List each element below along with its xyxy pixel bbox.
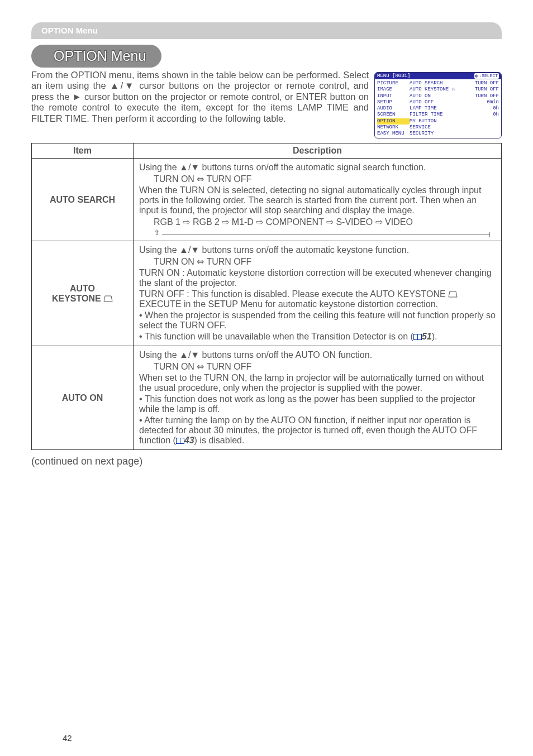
menu-header-select: :SELECT <box>474 73 499 79</box>
desc-p1: When set to the TURN ON, the lamp in pro… <box>139 373 496 393</box>
page-title: OPTION Menu <box>31 45 161 68</box>
menu-left-item: INPUT <box>377 93 410 99</box>
desc-b1: • This function does not work as long as… <box>139 394 496 414</box>
table-row: AUTOKEYSTONE Using the ▲/▼ buttons turns… <box>32 241 502 346</box>
section-bar: OPTION Menu <box>31 22 502 39</box>
desc-toggle: TURN ON ⇔ TURN OFF <box>139 361 496 372</box>
desc-toggle: TURN ON ⇔ TURN OFF <box>139 174 496 184</box>
desc-line1: Using the ▲/▼ buttons turns on/off the A… <box>139 350 496 360</box>
menu-left-item: SETUP <box>377 99 410 106</box>
item-cell: AUTO SEARCH <box>32 159 134 241</box>
svg-marker-1 <box>449 291 457 297</box>
keystone-icon <box>103 295 113 302</box>
menu-right-row: MY BUTTON <box>410 118 499 125</box>
keystone-icon <box>448 291 458 298</box>
menu-right-row: SERVICE <box>410 125 499 131</box>
book-icon <box>413 334 422 340</box>
menu-screenshot: MENU [RGB1] :SELECT PICTUREIMAGEINPUTSET… <box>374 72 502 138</box>
table-row: AUTO SEARCHUsing the ▲/▼ buttons turns o… <box>32 159 502 241</box>
section-bar-text: OPTION Menu <box>41 26 98 35</box>
item-cell: AUTOKEYSTONE <box>32 241 134 346</box>
desc-b1: • When the projector is suspended from t… <box>139 310 496 331</box>
item-cell: AUTO ON <box>32 346 134 450</box>
desc-p2: TURN OFF : This function is disabled. Pl… <box>139 289 496 309</box>
desc-line1: Using the ▲/▼ buttons turns on/off the a… <box>139 245 496 255</box>
menu-left-item: IMAGE <box>377 87 410 93</box>
desc-line1: Using the ▲/▼ buttons turns on/off the a… <box>139 162 496 173</box>
menu-left-item: AUDIO <box>377 106 410 112</box>
th-desc: Description <box>134 143 502 159</box>
title-container: OPTION Menu <box>31 45 502 68</box>
menu-right-column: AUTO SEARCHTURN OFFAUTO KEYSTONE ⌂TURN O… <box>410 79 501 138</box>
desc-cell: Using the ▲/▼ buttons turns on/off the a… <box>134 159 502 241</box>
th-item: Item <box>32 143 134 159</box>
menu-right-row: FILTER TIME0h <box>410 112 499 118</box>
menu-left-item: EASY MENU <box>377 131 410 137</box>
desc-body: When the TURN ON is selected, detecting … <box>139 185 496 216</box>
desc-b2: • This function will be unavailable when… <box>139 332 496 342</box>
page-number: 42 <box>63 733 72 743</box>
menu-right-row: AUTO KEYSTONE ⌂TURN OFF <box>410 87 499 93</box>
menu-left-item: NETWORK <box>377 125 410 131</box>
menu-right-row: AUTO ONTURN OFF <box>410 93 499 99</box>
desc-toggle: TURN ON ⇔ TURN OFF <box>139 256 496 267</box>
menu-screenshot-header: MENU [RGB1] :SELECT <box>375 73 501 79</box>
svg-marker-0 <box>104 296 112 302</box>
menu-left-item: PICTURE <box>377 80 410 87</box>
desc-b2: • After turning the lamp on by the AUTO … <box>139 415 496 446</box>
menu-right-row: AUTO OFF0min <box>410 99 499 106</box>
intro-text: From the OPTION menu, items shown in the… <box>31 70 369 124</box>
desc-chain: RGB 1 ⇨ RGB 2 ⇨ M1-D ⇨ COMPONENT ⇨ S-VID… <box>139 217 496 227</box>
menu-left-item: SCREEN <box>377 112 410 118</box>
menu-left-item: OPTION <box>377 118 410 125</box>
menu-header-left: MENU [RGB1] <box>377 73 410 79</box>
arrow-bar: ⇧ <box>139 228 496 238</box>
desc-p1: TURN ON : Automatic keystone distortion … <box>139 268 496 288</box>
menu-right-row: AUTO SEARCHTURN OFF <box>410 80 499 87</box>
options-table: Item Description AUTO SEARCHUsing the ▲/… <box>31 143 502 450</box>
book-icon <box>176 438 184 444</box>
menu-left-column: PICTUREIMAGEINPUTSETUPAUDIOSCREENOPTIONN… <box>375 79 410 138</box>
table-row: AUTO ONUsing the ▲/▼ buttons turns on/of… <box>32 346 502 450</box>
menu-right-row: LAMP TIME0h <box>410 106 499 112</box>
continued-text: (continued on next page) <box>31 456 502 467</box>
menu-right-row: SECURITY <box>410 131 499 137</box>
desc-cell: Using the ▲/▼ buttons turns on/off the a… <box>134 241 502 346</box>
arrow-up-icon: ⇧ <box>154 228 160 237</box>
desc-cell: Using the ▲/▼ buttons turns on/off the A… <box>134 346 502 450</box>
